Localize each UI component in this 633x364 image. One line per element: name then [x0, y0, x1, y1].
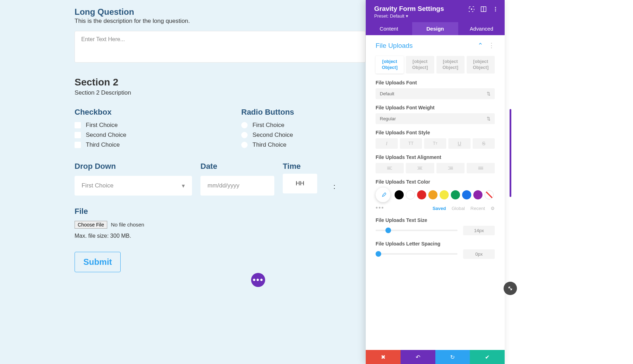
radio-1[interactable] [241, 122, 248, 128]
align-center-button[interactable] [406, 163, 434, 173]
radio-2[interactable] [241, 132, 248, 138]
dropdown-select[interactable]: First Choice ▾ [75, 176, 192, 196]
svg-point-6 [495, 11, 496, 12]
undo-button[interactable]: ↶ [401, 350, 435, 364]
time-separator: : [330, 183, 335, 191]
font-value: Default [380, 91, 394, 96]
chevron-up-icon[interactable]: ⌃ [478, 41, 483, 50]
align-left-button[interactable] [376, 163, 404, 173]
resize-handle[interactable] [504, 282, 517, 295]
file-status: No file chosen [111, 222, 144, 228]
radio-1-label: First Choice [252, 122, 284, 129]
layout-icon[interactable] [481, 6, 486, 12]
swatch-green[interactable] [451, 190, 460, 199]
dropdown-label: Drop Down [75, 162, 192, 171]
swatch-transparent[interactable] [485, 190, 494, 199]
panel-title: Gravity Form Settings [374, 5, 444, 13]
radio-3-label: Third Choice [252, 141, 286, 148]
scrollbar-indicator[interactable] [510, 109, 511, 197]
tab-content[interactable]: Content [366, 22, 412, 35]
uppercase-button[interactable]: TT [400, 138, 422, 149]
select-arrow-icon: ⇅ [487, 116, 491, 121]
weight-label: File Uploads Font Weight [376, 105, 495, 110]
swatch-tab-global[interactable]: Global [452, 206, 465, 211]
size-label: File Uploads Text Size [376, 217, 495, 223]
submit-button[interactable]: Submit [75, 252, 121, 272]
swatch-orange[interactable] [428, 190, 437, 199]
spacing-label: File Uploads Letter Spacing [376, 241, 495, 247]
time-hh-input[interactable]: HH [283, 174, 317, 193]
italic-button[interactable]: I [376, 138, 398, 149]
chevron-down-icon: ▾ [182, 182, 185, 190]
swatch-black[interactable] [395, 190, 404, 199]
cancel-button[interactable]: ✖ [366, 350, 401, 364]
object-tabs: [object Object] [object Object] [object … [376, 56, 495, 74]
long-question-input[interactable]: Enter Text Here... [75, 31, 366, 63]
tab-design[interactable]: Design [412, 22, 459, 35]
text-size-value[interactable]: 14px [463, 226, 495, 235]
checkbox-label: Checkbox [75, 108, 199, 117]
obj-tab-1[interactable]: [object Object] [406, 56, 434, 74]
obj-tab-2[interactable]: [object Object] [436, 56, 465, 74]
swatch-tab-saved[interactable]: Saved [433, 206, 446, 211]
panel-body: File Uploads ⌃ ⋮ [object Object] [object… [366, 35, 505, 350]
svg-point-1 [471, 8, 472, 10]
more-dots-icon[interactable]: ••• [376, 204, 384, 212]
text-size-slider[interactable] [376, 230, 458, 231]
smallcaps-button[interactable]: TT [424, 138, 446, 149]
swatch-white[interactable] [406, 190, 415, 199]
section-file-uploads[interactable]: File Uploads ⌃ ⋮ [376, 41, 495, 50]
radio-3[interactable] [241, 142, 248, 148]
checkbox-3-label: Third Choice [86, 141, 120, 148]
obj-tab-0[interactable]: [object Object] [376, 56, 404, 74]
select-arrow-icon: ⇅ [487, 91, 491, 96]
focus-icon[interactable] [469, 6, 474, 12]
letter-spacing-slider[interactable] [376, 253, 458, 255]
align-justify-button[interactable] [467, 163, 495, 173]
section-more-icon[interactable]: ⋮ [488, 41, 495, 50]
radio-label: Radio Buttons [241, 108, 366, 117]
redo-button[interactable]: ↻ [435, 350, 470, 364]
svg-point-4 [495, 7, 496, 8]
panel-header: Gravity Form Settings Preset: Default ▾ [366, 0, 505, 22]
checkbox-1[interactable] [75, 122, 81, 128]
swatch-yellow[interactable] [440, 190, 449, 199]
color-picker-button[interactable] [376, 187, 390, 202]
preset-selector[interactable]: Preset: Default ▾ [374, 13, 444, 19]
panel-tabs: Content Design Advanced [366, 22, 505, 35]
align-right-button[interactable] [436, 163, 465, 173]
gear-icon[interactable]: ⚙ [491, 206, 495, 211]
obj-tab-3[interactable]: [object Object] [467, 56, 495, 74]
dropdown-value: First Choice [82, 182, 114, 189]
file-label: File [75, 207, 366, 216]
date-label: Date [200, 162, 274, 171]
time-label: Time [283, 162, 321, 171]
checkbox-3[interactable] [75, 142, 81, 148]
svg-point-5 [495, 9, 496, 10]
underline-button[interactable]: U [448, 138, 471, 149]
long-question-desc: This is the description for the long que… [75, 18, 366, 25]
radio-2-label: Second Choice [252, 132, 293, 139]
weight-select[interactable]: Regular⇅ [376, 113, 495, 124]
checkbox-2[interactable] [75, 132, 81, 138]
section-2-desc: Section 2 Description [75, 89, 366, 96]
checkbox-1-label: First Choice [86, 122, 118, 129]
swatch-red[interactable] [417, 190, 426, 199]
settings-panel: Gravity Form Settings Preset: Default ▾ … [366, 0, 505, 364]
letter-spacing-value[interactable]: 0px [463, 249, 495, 259]
confirm-button[interactable]: ✔ [470, 350, 505, 364]
more-icon[interactable] [493, 6, 498, 12]
tab-advanced[interactable]: Advanced [458, 22, 505, 35]
floating-action-button[interactable]: ••• [251, 273, 265, 287]
choose-file-button[interactable]: Choose File [75, 221, 107, 229]
section-2-title: Section 2 [75, 77, 366, 88]
swatch-purple[interactable] [473, 190, 482, 199]
file-hint: Max. file size: 300 MB. [75, 233, 366, 239]
date-input[interactable]: mm/dd/yyyy [200, 176, 274, 196]
style-label: File Uploads Font Style [376, 130, 495, 135]
font-select[interactable]: Default⇅ [376, 88, 495, 99]
swatch-blue[interactable] [462, 190, 471, 199]
strikethrough-button[interactable]: S [473, 138, 495, 149]
swatch-tab-recent[interactable]: Recent [471, 206, 485, 211]
font-label: File Uploads Font [376, 80, 495, 85]
